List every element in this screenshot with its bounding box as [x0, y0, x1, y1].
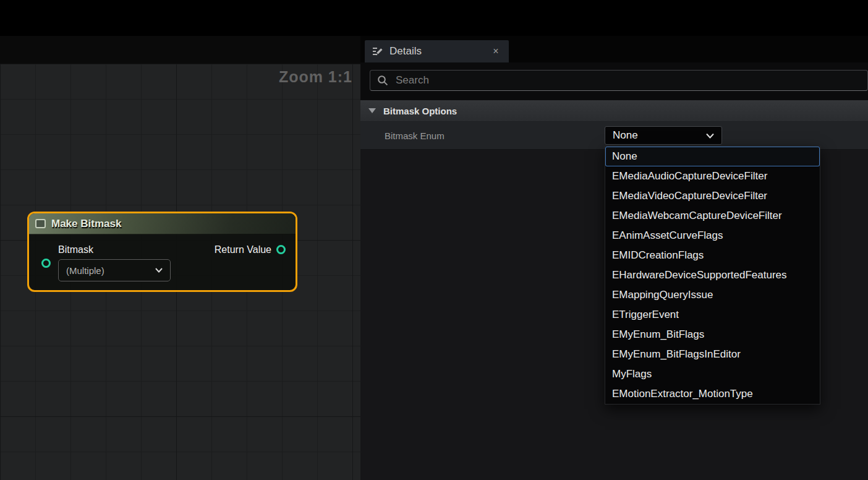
search-row — [370, 70, 868, 91]
tab-title: Details — [389, 45, 422, 58]
make-bitmask-node[interactable]: Make Bitmask Bitmask (Multiple) Return V… — [27, 212, 297, 292]
node-header[interactable]: Make Bitmask — [29, 213, 296, 234]
panel-tab-strip: Details × — [360, 36, 868, 62]
enum-option[interactable]: EMotionExtractor_MotionType — [605, 384, 820, 404]
property-label: Bitmask Enum — [385, 122, 445, 149]
bitmask-enum-value: None — [613, 129, 638, 142]
chevron-down-icon — [706, 133, 714, 139]
node-body: Bitmask (Multiple) Return Value — [29, 234, 296, 290]
make-struct-icon — [35, 219, 46, 228]
bitmask-input-stack: Bitmask (Multiple) — [58, 244, 171, 281]
enum-option[interactable]: MyFlags — [605, 364, 820, 384]
enum-option[interactable]: EMappingQueryIssue — [605, 285, 820, 305]
zoom-level-label: Zoom 1:1 — [279, 68, 352, 86]
bitmask-value-dropdown[interactable]: (Multiple) — [58, 259, 171, 281]
enum-option[interactable]: EMIDCreationFlags — [605, 246, 820, 265]
bitmask-input-pin[interactable] — [41, 259, 51, 268]
enum-dropdown-popup: NoneEMediaAudioCaptureDeviceFilterEMedia… — [605, 146, 820, 405]
details-panel: Details × Bitmask Options Bitmask Enum N… — [360, 36, 868, 480]
enum-option[interactable]: EMediaWebcamCaptureDeviceFilter — [605, 206, 820, 226]
enum-option[interactable]: EMediaAudioCaptureDeviceFilter — [605, 166, 820, 186]
chevron-down-icon — [155, 268, 163, 273]
return-value-pin[interactable] — [276, 245, 286, 254]
bitmask-enum-dropdown[interactable]: None — [605, 126, 722, 145]
top-menu-bar — [0, 0, 868, 36]
node-title: Make Bitmask — [51, 218, 121, 230]
enum-option[interactable]: EHardwareDeviceSupportedFeatures — [605, 265, 820, 285]
blueprint-graph-canvas[interactable]: Zoom 1:1 Make Bitmask Bitmask (Multiple)… — [0, 36, 360, 480]
enum-option[interactable]: EAnimAssetCurveFlags — [605, 226, 820, 246]
graph-top-shade — [0, 36, 360, 64]
search-box[interactable] — [370, 70, 868, 91]
close-icon[interactable]: × — [490, 46, 501, 56]
return-value-group: Return Value — [215, 244, 286, 281]
bitmask-input-group: Bitmask (Multiple) — [41, 244, 171, 281]
enum-option[interactable]: EMyEnum_BitFlags — [605, 325, 820, 345]
category-bitmask-options[interactable]: Bitmask Options — [360, 100, 868, 122]
enum-option[interactable]: ETriggerEvent — [605, 305, 820, 325]
search-icon — [377, 75, 388, 86]
enum-option[interactable]: EMediaVideoCaptureDeviceFilter — [605, 186, 820, 206]
output-pin-label: Return Value — [215, 244, 271, 255]
details-icon — [372, 46, 383, 57]
bitmask-value-text: (Multiple) — [66, 265, 104, 276]
category-title: Bitmask Options — [383, 106, 457, 116]
search-input[interactable] — [396, 74, 861, 87]
enum-option[interactable]: None — [605, 147, 820, 166]
expand-caret-icon — [368, 108, 376, 113]
tab-details[interactable]: Details × — [365, 40, 509, 62]
input-pin-label: Bitmask — [58, 244, 171, 255]
enum-option[interactable]: EMyEnum_BitFlagsInEditor — [605, 345, 820, 364]
